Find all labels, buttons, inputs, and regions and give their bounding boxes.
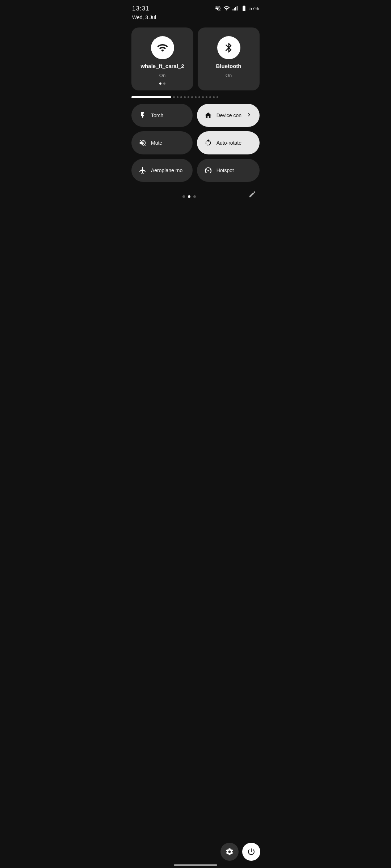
pd10 (206, 96, 207, 98)
pd13 (216, 96, 218, 98)
top-tiles: whale_ft_caral_2 On Bluetooth On (125, 24, 266, 90)
wifi-tile-dots (159, 82, 165, 85)
signal-icon (232, 5, 239, 12)
torch-label: Torch (151, 112, 163, 118)
pd5 (188, 96, 189, 98)
bottom-row (125, 182, 266, 201)
edit-button[interactable] (246, 188, 259, 201)
bluetooth-tile-svg (223, 42, 235, 54)
bluetooth-tile-name: Bluetooth (216, 63, 241, 69)
pd11 (209, 96, 211, 98)
pd7 (195, 96, 197, 98)
auto-rotate-label: Auto-rotate (216, 140, 241, 146)
battery-percent: 57% (249, 6, 259, 11)
device-control-icon (204, 111, 212, 119)
device-control-tile[interactable]: Device con (197, 104, 260, 127)
torch-icon (139, 111, 147, 119)
bluetooth-tile-icon (217, 36, 240, 59)
progress-row (125, 90, 266, 102)
pd8 (198, 96, 200, 98)
wifi-tile-name: whale_ft_caral_2 (140, 63, 184, 69)
wifi-tile-icon (151, 36, 174, 59)
wifi-tile-svg (157, 42, 168, 54)
page-dot-2 (188, 195, 190, 198)
device-control-label: Device con (216, 112, 241, 118)
page-dots (132, 195, 246, 198)
mute-icon (215, 5, 221, 12)
wifi-tile-status: On (159, 73, 165, 78)
bluetooth-tile[interactable]: Bluetooth On (198, 27, 260, 90)
pd9 (202, 96, 204, 98)
edit-icon (248, 190, 256, 198)
wifi-tile[interactable]: whale_ft_caral_2 On (131, 27, 193, 90)
status-time: 13:31 (132, 5, 150, 12)
aeroplane-label: Aeroplane mo (151, 167, 182, 173)
mute-tile-icon (139, 139, 147, 147)
quick-tiles-grid: Torch Device con Mute Auto-rotate Aeropl… (125, 102, 266, 182)
pd3 (180, 96, 182, 98)
page-dot-3 (193, 195, 196, 198)
page-dot-1 (182, 195, 185, 198)
device-control-chevron (246, 111, 252, 119)
progress-active (131, 96, 171, 98)
bluetooth-tile-status: On (226, 73, 232, 78)
aeroplane-icon (139, 166, 147, 174)
hotspot-tile[interactable]: Hotspot (197, 159, 260, 182)
pd4 (184, 96, 186, 98)
wifi-dot-1 (159, 82, 161, 85)
status-date: Wed, 3 Jul (125, 14, 266, 24)
torch-tile[interactable]: Torch (131, 104, 193, 127)
hotspot-label: Hotspot (216, 167, 234, 173)
status-bar: 13:31 57% (125, 0, 266, 14)
hotspot-icon (204, 166, 212, 174)
pd1 (173, 96, 175, 98)
pd2 (177, 96, 178, 98)
auto-rotate-tile[interactable]: Auto-rotate (197, 131, 260, 154)
battery-icon (241, 5, 247, 12)
pd6 (191, 96, 193, 98)
wifi-icon (223, 5, 230, 12)
mute-label: Mute (151, 140, 162, 146)
auto-rotate-icon (204, 139, 212, 147)
chevron-right-icon (246, 111, 252, 118)
status-icons: 57% (215, 5, 259, 12)
wifi-dot-2 (163, 82, 165, 85)
mute-tile[interactable]: Mute (131, 131, 193, 154)
aeroplane-tile[interactable]: Aeroplane mo (131, 159, 193, 182)
pd12 (213, 96, 215, 98)
